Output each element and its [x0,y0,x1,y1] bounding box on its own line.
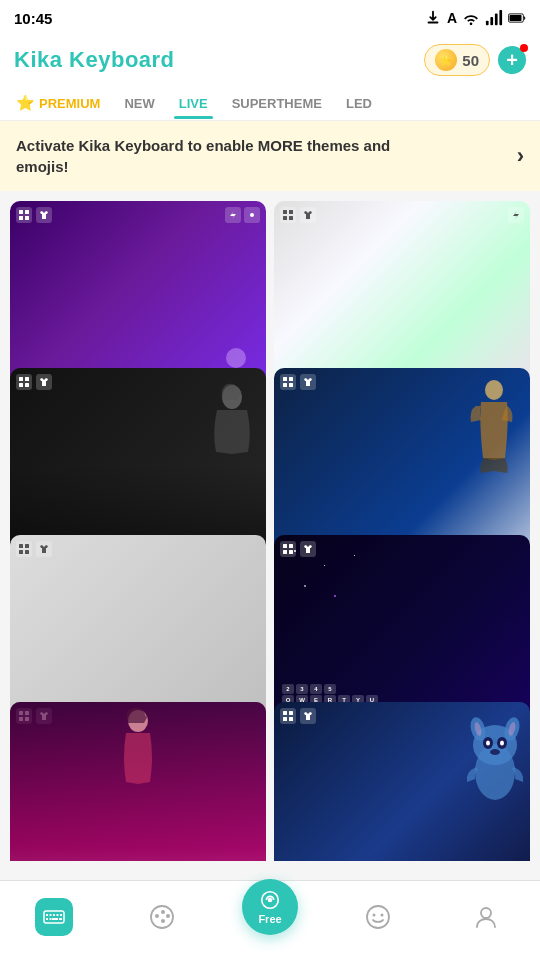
card-top-icons-1 [16,207,52,223]
svg-rect-12 [283,210,287,214]
nav-item-emoji[interactable] [324,902,432,932]
nav-item-profile[interactable] [432,902,540,932]
shirt-icon [36,207,52,223]
svg-rect-23 [283,383,287,387]
svg-rect-6 [19,210,23,214]
svg-rect-5 [510,15,522,21]
svg-rect-2 [495,14,498,26]
tab-new[interactable]: NEW [114,86,164,119]
svg-point-70 [161,910,165,914]
shirt-icon-2 [300,207,316,223]
activation-banner[interactable]: Activate Kika Keyboard to enable MORE th… [0,121,540,191]
card-top-icons-right-2 [508,207,524,223]
svg-point-69 [155,914,159,918]
svg-rect-64 [46,918,48,920]
svg-rect-16 [19,377,23,381]
svg-rect-67 [59,918,62,920]
artist-icon [147,902,177,932]
svg-rect-3 [499,10,502,25]
grid-icon-4 [280,374,296,390]
bolt-icon [225,207,241,223]
svg-rect-13 [289,210,293,214]
bottom-nav: Free [0,880,540,960]
nav-item-keyboard[interactable] [0,898,108,936]
svg-point-72 [161,919,165,923]
svg-rect-9 [25,216,29,220]
bolt-icon-2 [508,207,524,223]
grid-icon-8 [280,708,296,724]
card-top-icons-5 [16,541,52,557]
wifi-icon [462,9,480,27]
signal-icon [485,9,503,27]
svg-rect-59 [46,914,48,916]
tab-live[interactable]: LIVE [169,86,218,119]
svg-point-25 [485,380,503,400]
svg-point-71 [166,914,170,918]
svg-rect-58 [44,911,64,923]
svg-rect-29 [25,550,29,554]
add-button[interactable] [498,46,526,74]
svg-rect-43 [283,711,287,715]
svg-rect-66 [52,918,58,920]
svg-rect-7 [25,210,29,214]
warrior-character [461,378,526,473]
tab-premium[interactable]: ⭐ PREMIUM [6,84,110,120]
svg-rect-14 [283,216,287,220]
svg-rect-1 [490,17,493,25]
emoji-icon [363,902,393,932]
card-top-icons-4 [280,374,316,390]
svg-rect-45 [283,717,287,721]
free-label: Free [258,913,281,925]
shirt-icon-4 [300,374,316,390]
shirt-icon-5 [36,541,52,557]
download-icon [424,9,442,27]
svg-point-10 [250,213,254,217]
battery-icon [508,9,526,27]
free-button[interactable]: Free [242,879,298,935]
theme-card-7[interactable]: QWERTYIOP ASDFGHJKL ZXCVBNM GET [10,702,266,861]
svg-rect-62 [57,914,59,916]
anime-girl-silhouette [108,707,168,787]
svg-point-77 [381,913,384,916]
shirt-icon-8 [300,708,316,724]
svg-rect-0 [486,21,489,26]
tab-supertheme[interactable]: SUPERTHEME [222,86,332,119]
svg-rect-44 [289,711,293,715]
grid-icon [16,207,32,223]
svg-rect-15 [289,216,293,220]
svg-rect-61 [53,914,55,916]
svg-rect-24 [289,383,293,387]
logo: Kika Keyboard [14,47,175,73]
nav-item-free[interactable]: Free [216,899,324,935]
coin-badge[interactable]: ⭐ 50 [424,44,490,76]
svg-rect-27 [25,544,29,548]
svg-point-74 [268,897,273,902]
svg-point-55 [486,741,490,746]
theme-card-8[interactable]: QWERTYUI ASDFGH [274,702,530,861]
svg-rect-63 [60,914,62,916]
svg-rect-26 [19,544,23,548]
profile-icon [471,902,501,932]
notification-dot [520,44,528,52]
svg-rect-8 [19,216,23,220]
status-time: 10:45 [14,10,52,27]
banner-text: Activate Kika Keyboard to enable MORE th… [16,135,436,177]
header-right: ⭐ 50 [424,44,526,76]
svg-rect-18 [19,383,23,387]
svg-rect-19 [25,383,29,387]
svg-point-57 [490,749,500,755]
tab-led[interactable]: LED [336,86,382,119]
card-top-icons-2 [280,207,316,223]
svg-rect-46 [289,717,293,721]
svg-point-78 [481,908,491,918]
svg-rect-65 [50,918,52,920]
card-top-icons-8 [280,708,316,724]
keyboard-icon [35,898,73,936]
svg-point-11 [226,348,246,368]
svg-rect-28 [19,550,23,554]
nav-item-artist[interactable] [108,902,216,932]
grid-icon-2 [280,207,296,223]
card-top-icons-right-1 [225,207,260,223]
coin-count: 50 [462,52,479,69]
nav-tabs: ⭐ PREMIUM NEW LIVE SUPERTHEME LED [0,84,540,121]
